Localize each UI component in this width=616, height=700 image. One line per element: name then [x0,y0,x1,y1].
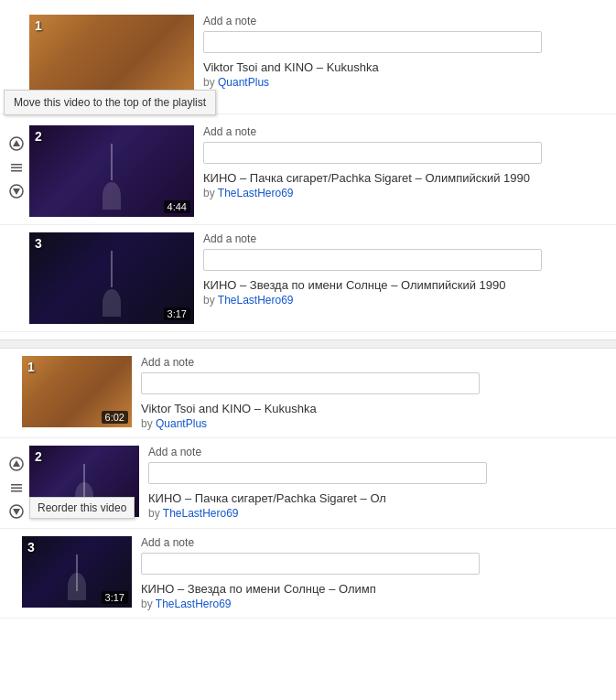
note-input[interactable] [148,462,487,484]
svg-rect-9 [11,484,22,486]
item-controls [4,446,29,521]
item-controls [4,15,29,24]
add-note-label: Add a note [203,15,612,27]
add-note-label: Add a note [203,125,612,138]
svg-rect-4 [11,170,22,172]
add-note-label: Add a note [203,232,612,245]
note-input[interactable] [203,31,542,53]
playlist-item: 3 3:17 Add a note КИНО – Звезда по имени… [0,225,616,332]
video-author: by QuantPlus [141,417,612,430]
duration-badge: 3:17 [102,591,128,604]
item-controls [4,232,29,242]
svg-rect-2 [11,164,22,166]
svg-rect-10 [11,488,22,490]
author-link[interactable]: TheLastHero69 [156,598,232,610]
author-link[interactable]: TheLastHero69 [218,187,294,199]
track-number: 2 [35,449,42,464]
playlist-item: 2 4:44 Add a note КИНО – Пачка сигарет/P… [0,118,616,225]
video-title: Viktor Tsoi and KINO – Kukushka [203,60,612,74]
move-up-icon[interactable] [7,135,26,153]
author-link[interactable]: TheLastHero69 [163,507,239,520]
item-info: Add a note КИНО – Пачка сигарет/Pachka S… [203,125,612,199]
thumbnail[interactable]: 3 3:17 [22,536,132,608]
video-title: КИНО – Звезда по имени Солнце – Олимп [141,582,612,596]
author-link[interactable]: QuantPlus [218,76,269,89]
reorder-icon[interactable] [7,479,26,497]
author-link[interactable]: TheLastHero69 [218,294,294,307]
track-number: 3 [35,236,42,251]
move-to-top-tooltip: Move this video to the top of the playli… [4,90,216,115]
thumbnail[interactable]: 3 3:17 [29,232,194,324]
note-input[interactable] [203,142,542,164]
top-section: 1 6:02 Add a note Viktor Tsoi and KINO –… [0,0,616,339]
author-link[interactable]: QuantPlus [156,417,207,430]
video-author: by QuantPlus [203,76,612,89]
playlist-item: 3 3:17 Add a note КИНО – Звезда по имени… [0,529,616,619]
move-up-icon[interactable] [7,455,26,473]
note-input[interactable] [141,553,480,575]
note-input[interactable] [141,372,480,394]
item-info: Add a note КИНО – Пачка сигарет/Pachka S… [148,446,612,520]
svg-marker-6 [13,188,20,195]
svg-marker-1 [13,140,20,146]
video-title: Viktor Tsoi and KINO – Kukushka [141,402,612,415]
add-note-label: Add a note [148,446,612,458]
reorder-tooltip: Reorder this video [29,497,135,519]
item-info: Add a note Viktor Tsoi and KINO – Kukush… [203,15,612,89]
track-number: 1 [35,18,42,33]
track-number: 3 [27,540,35,555]
video-author: by TheLastHero69 [148,507,612,520]
video-title: КИНО – Пачка сигарет/Pachka Sigaret – Ол [148,491,612,505]
playlist-item: 1 6:02 Add a note Viktor Tsoi and KINO –… [0,349,616,438]
duration-badge: 6:02 [102,411,128,424]
item-controls [4,536,22,545]
playlist-container: 1 6:02 Add a note Viktor Tsoi and KINO –… [0,0,616,619]
move-down-icon[interactable] [7,502,26,521]
move-down-icon[interactable] [7,182,26,200]
svg-rect-3 [11,167,22,169]
item-info: Add a note КИНО – Звезда по имени Солнце… [203,232,612,307]
svg-marker-13 [13,509,20,515]
section-divider [0,339,616,349]
playlist-item: 2 4:44 Reorder this video Add a note КИН… [0,438,616,529]
video-author: by TheLastHero69 [203,294,612,307]
item-controls [4,356,22,365]
add-note-label: Add a note [141,356,612,369]
item-controls [4,125,29,200]
bottom-section: 1 6:02 Add a note Viktor Tsoi and KINO –… [0,349,616,619]
svg-marker-8 [13,460,20,467]
add-note-label: Add a note [141,536,612,549]
item-info: Add a note КИНО – Звезда по имени Солнце… [141,536,612,610]
note-input[interactable] [203,249,542,271]
svg-rect-11 [11,490,22,492]
track-number: 2 [35,129,42,144]
duration-badge: 4:44 [164,200,190,213]
item-info: Add a note Viktor Tsoi and KINO – Kukush… [141,356,612,430]
reorder-icon[interactable] [7,158,26,177]
thumbnail[interactable]: 1 6:02 [22,356,132,427]
duration-badge: 3:17 [164,307,190,320]
thumbnail[interactable]: 2 4:44 [29,125,194,217]
video-author: by TheLastHero69 [141,598,612,610]
track-number: 1 [27,360,35,374]
video-title: КИНО – Звезда по имени Солнце – Олимпийс… [203,278,612,292]
video-title: КИНО – Пачка сигарет/Pachka Sigaret – Ол… [203,171,612,185]
video-author: by TheLastHero69 [203,187,612,199]
